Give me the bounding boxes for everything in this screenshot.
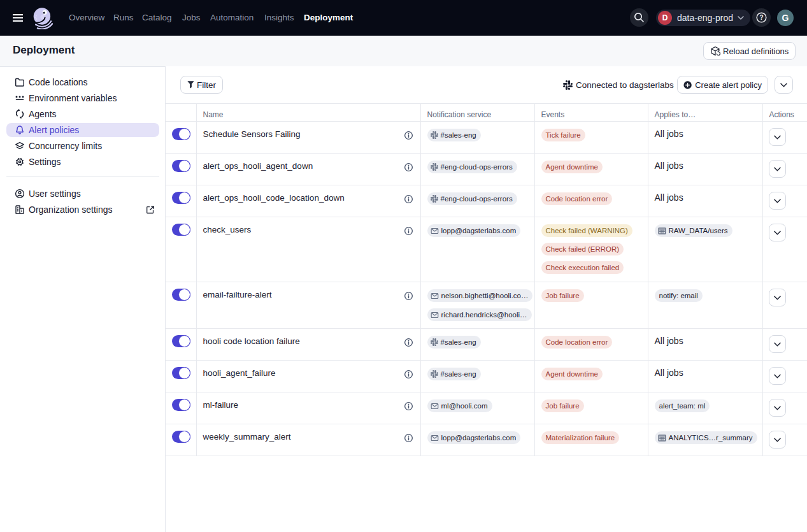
svg-text:?: ? bbox=[759, 14, 763, 21]
